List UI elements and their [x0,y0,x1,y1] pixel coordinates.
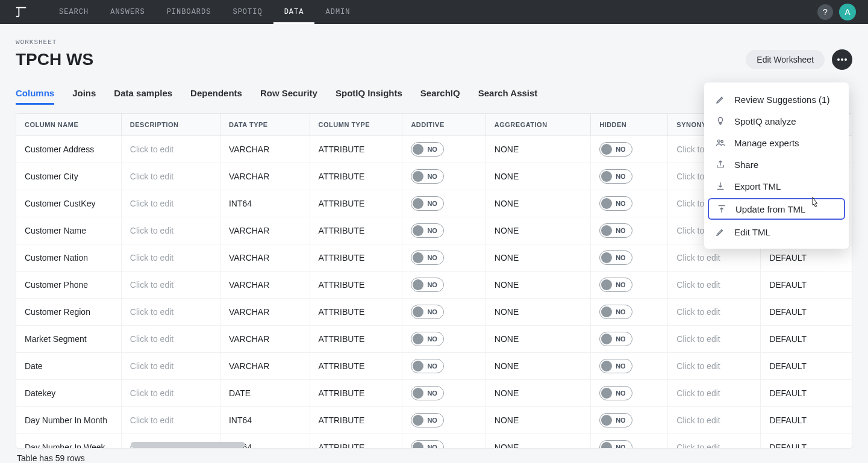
cell[interactable]: ATTRIBUTE [310,407,402,434]
editable-cell[interactable]: Click to edit [668,272,761,299]
hidden-toggle[interactable]: NO [599,142,632,157]
additive-toggle[interactable]: NO [411,169,444,184]
editable-cell[interactable]: Click to edit [668,326,761,353]
additive-toggle[interactable]: NO [411,250,444,265]
editable-cell[interactable]: Click to edit [121,272,220,299]
menu-item-update-from-tml[interactable]: Update from TML [708,198,845,220]
cell[interactable]: VARCHAR [220,163,310,190]
cell[interactable]: NONE [486,272,590,299]
cell[interactable]: NONE [486,244,590,272]
tab-dependents[interactable]: Dependents [190,83,242,105]
editable-cell[interactable]: Click to edit [121,326,220,353]
menu-item-export-tml[interactable]: Export TML [704,175,849,197]
cell[interactable]: Customer Region [16,299,121,326]
tab-joins[interactable]: Joins [72,83,96,105]
cell[interactable]: NO [402,407,486,434]
hidden-toggle[interactable]: NO [599,386,632,400]
cell[interactable]: DEFAULT [761,272,852,299]
editable-cell[interactable]: Click to edit [121,190,220,217]
cell[interactable]: ATTRIBUTE [310,190,402,217]
additive-toggle[interactable]: NO [411,142,444,157]
cell[interactable]: DEFAULT [761,434,852,449]
more-actions-button[interactable] [832,49,852,70]
cell[interactable]: VARCHAR [220,136,310,163]
additive-toggle[interactable]: NO [411,413,444,427]
cell[interactable]: NONE [486,434,590,449]
cell[interactable]: DEFAULT [761,407,852,434]
cell[interactable]: ATTRIBUTE [310,326,402,353]
editable-cell[interactable]: Click to edit [668,434,761,449]
nav-item-answers[interactable]: ANSWERS [99,0,155,24]
column-header[interactable]: DESCRIPTION [121,114,220,136]
cell[interactable]: NO [591,407,668,434]
editable-cell[interactable]: Click to edit [121,217,220,244]
hidden-toggle[interactable]: NO [599,223,632,238]
additive-toggle[interactable]: NO [411,305,444,319]
cell[interactable]: NO [402,272,486,299]
hidden-toggle[interactable]: NO [599,196,632,211]
cell[interactable]: VARCHAR [220,353,310,380]
cell[interactable]: NO [402,299,486,326]
cell[interactable]: NO [591,190,668,217]
tab-data-samples[interactable]: Data samples [114,83,172,105]
cell[interactable]: INT64 [220,407,310,434]
cell[interactable]: NO [591,326,668,353]
cell[interactable]: Day Number In Month [16,407,121,434]
additive-toggle[interactable]: NO [411,196,444,211]
cell[interactable]: NO [402,163,486,190]
cell[interactable]: NO [402,434,486,449]
cell[interactable]: VARCHAR [220,272,310,299]
cell[interactable]: NO [591,244,668,272]
cell[interactable]: VARCHAR [220,326,310,353]
menu-item-spotiq-analyze[interactable]: SpotIQ analyze [704,110,849,132]
editable-cell[interactable]: Click to edit [121,244,220,272]
cell[interactable]: NO [402,217,486,244]
cell[interactable]: NO [591,136,668,163]
additive-toggle[interactable]: NO [411,359,444,373]
nav-item-search[interactable]: SEARCH [48,0,99,24]
cell[interactable]: ATTRIBUTE [310,434,402,449]
cell[interactable]: ATTRIBUTE [310,136,402,163]
cell[interactable]: NONE [486,380,590,407]
cell[interactable]: VARCHAR [220,244,310,272]
tab-row-security[interactable]: Row Security [260,83,317,105]
cell[interactable]: NONE [486,136,590,163]
hidden-toggle[interactable]: NO [599,305,632,319]
editable-cell[interactable]: Click to edit [121,407,220,434]
cell[interactable]: VARCHAR [220,217,310,244]
edit-worksheet-button[interactable]: Edit Worksheet [746,50,825,69]
cell[interactable]: INT64 [220,190,310,217]
cell[interactable]: NO [402,353,486,380]
tab-search-assist[interactable]: Search Assist [478,83,538,105]
cell[interactable]: NO [402,190,486,217]
cell[interactable]: NO [402,244,486,272]
additive-toggle[interactable]: NO [411,223,444,238]
cell[interactable]: Day Number In Week [16,434,121,449]
nav-item-pinboards[interactable]: PINBOARDS [156,0,222,24]
cell[interactable]: Customer Name [16,217,121,244]
tab-columns[interactable]: Columns [16,83,54,105]
nav-item-admin[interactable]: ADMIN [314,0,361,24]
column-header[interactable]: COLUMN NAME [16,114,121,136]
cell[interactable]: Customer Address [16,136,121,163]
cell[interactable]: Customer Nation [16,244,121,272]
cell[interactable]: NONE [486,217,590,244]
additive-toggle[interactable]: NO [411,440,444,449]
help-button[interactable]: ? [817,4,833,20]
column-header[interactable]: COLUMN TYPE [310,114,402,136]
cell[interactable]: DEFAULT [761,353,852,380]
additive-toggle[interactable]: NO [411,332,444,346]
editable-cell[interactable]: Click to edit [121,136,220,163]
hidden-toggle[interactable]: NO [599,332,632,346]
cell[interactable]: DEFAULT [761,380,852,407]
hidden-toggle[interactable]: NO [599,359,632,373]
hidden-toggle[interactable]: NO [599,440,632,449]
editable-cell[interactable]: Click to edit [668,380,761,407]
cell[interactable]: Customer City [16,163,121,190]
avatar[interactable]: A [839,4,856,20]
column-header[interactable]: DATA TYPE [220,114,310,136]
cell[interactable]: NO [402,136,486,163]
menu-item-edit-tml[interactable]: Edit TML [704,221,849,243]
cell[interactable]: NONE [486,326,590,353]
cell[interactable]: Date [16,353,121,380]
